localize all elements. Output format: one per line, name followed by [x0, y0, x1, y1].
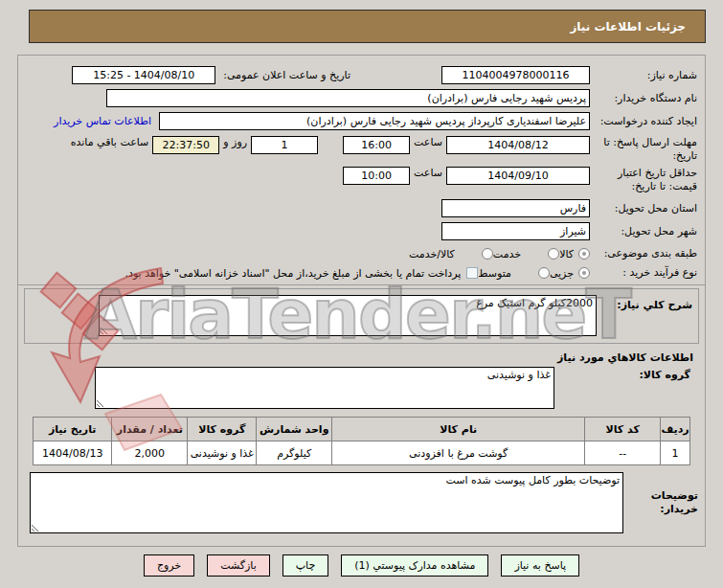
need-number-label: شماره نیاز:: [590, 69, 697, 82]
row-subject-classification: طبقه بندی موضوعی: کالا خدمت کالا/خدمت: [26, 247, 697, 260]
back-button[interactable]: بازگشت: [207, 554, 270, 577]
days-remaining-field[interactable]: 1: [251, 136, 318, 154]
radio-partial-label: جزیی: [550, 267, 574, 280]
goods-table-wrap: ردیف کد کالا نام کالا واحد شمارش گروه کا…: [33, 417, 690, 465]
cell-goods-group: غذا و نوشیدنی: [188, 441, 257, 465]
buyer-org-label: نام دستگاه خریدار:: [590, 92, 697, 105]
print-button[interactable]: چاپ: [282, 554, 329, 577]
row-need-number: شماره نیاز: 1104004978000116 تاریخ و ساع…: [26, 66, 697, 84]
radio-medium-label: متوسط: [478, 267, 511, 280]
radio-goods[interactable]: [578, 248, 590, 260]
need-number-field[interactable]: 1104004978000116: [441, 66, 590, 84]
time-remaining-label: ساعت باقي مانده: [71, 136, 149, 148]
radio-goods-label: کالا: [559, 248, 574, 260]
buyer-org-field[interactable]: پردیس شهید رجایی فارس (برادران): [106, 89, 590, 107]
col-quantity: تعداد / مقدار: [112, 418, 188, 441]
delivery-province-field[interactable]: فارس: [441, 199, 590, 217]
row-price-validity: حداقل تاریخ اعتبار قیمت: تا تاریخ: 1404/…: [26, 167, 697, 193]
reply-deadline-hour-label: ساعت: [414, 136, 442, 148]
subject-classification-label: طبقه بندی موضوعی:: [590, 247, 697, 260]
price-validity-date-field[interactable]: 1404/09/10: [446, 167, 590, 185]
radio-service[interactable]: [548, 248, 559, 260]
col-count-unit: واحد شمارش: [257, 418, 332, 441]
goods-section-header: اطلاعات کالاهاي مورد نیاز: [18, 351, 693, 364]
cell-need-date: 1404/08/13: [34, 441, 112, 465]
goods-table: ردیف کد کالا نام کالا واحد شمارش گروه کا…: [33, 417, 690, 465]
goods-table-header-row: ردیف کد کالا نام کالا واحد شمارش گروه کا…: [34, 418, 690, 441]
respond-to-need-button[interactable]: پاسخ به نیاز: [501, 554, 579, 577]
radio-goods-service[interactable]: [482, 248, 493, 260]
main-panel: شماره نیاز: 1104004978000116 تاریخ و ساع…: [17, 55, 706, 547]
buyer-notes-row: توضیحات خریدار: توضیحات بطور کامل پیوست …: [30, 472, 698, 533]
days-and-label: روز و: [223, 136, 247, 148]
row-purchase-process: نوع فرآیند خرید : جزیی متوسط پرداخت تمام…: [26, 266, 697, 280]
announce-datetime-label: تاریخ و ساعت اعلان عمومی:: [223, 69, 350, 81]
cell-goods-code: --: [585, 441, 661, 465]
col-row-number: ردیف: [661, 418, 690, 441]
request-creator-field[interactable]: علیرضا اسفندیاری کارپرداز پردیس شهید رجا…: [159, 112, 590, 130]
need-description-textarea[interactable]: 2000کیلو گرم استیک مرغ: [99, 295, 597, 336]
action-button-bar: پاسخ به نیاز مشاهده مدارک پیوستي (1) چاپ…: [0, 554, 723, 577]
col-goods-name: نام کالا: [332, 418, 585, 441]
need-description-panel: شرح کلي نیاز: 2000کیلو گرم استیک مرغ: [24, 288, 699, 344]
treasury-docs-checkbox-label: پرداخت تمام یا بخشی از مبلغ خرید،از محل …: [125, 267, 462, 280]
view-attachments-button[interactable]: مشاهده مدارک پیوستي (1): [341, 554, 488, 577]
countdown-timer: 22:37:50: [152, 136, 219, 154]
cell-count-unit: کیلوگرم: [257, 441, 332, 465]
row-buyer-org: نام دستگاه خریدار: پردیس شهید رجایی فارس…: [26, 89, 697, 107]
page-title-text: جزئیات اطلاعات نیاز: [570, 20, 686, 34]
price-validity-label: حداقل تاریخ اعتبار قیمت: تا تاریخ:: [590, 167, 697, 193]
page-title: جزئیات اطلاعات نیاز: [29, 10, 706, 43]
row-delivery-province: استان محل تحویل: فارس: [26, 199, 697, 217]
buyer-notes-label: توضیحات خریدار:: [623, 489, 698, 516]
delivery-province-label: استان محل تحویل:: [590, 202, 697, 215]
goods-group-row: گروه کالا: غذا و نوشیدنی: [18, 367, 690, 409]
goods-group-label: گروه کالا:: [612, 367, 690, 382]
reply-deadline-time-field[interactable]: 16:00: [343, 136, 410, 154]
cell-quantity: 2,000: [112, 441, 188, 465]
delivery-city-field[interactable]: شیراز: [441, 222, 590, 240]
tender-detail-page: { "title_bar": { "text": "جزئیات اطلاعات…: [0, 0, 723, 588]
announce-datetime-field[interactable]: 1404/08/10 - 15:25: [72, 66, 215, 84]
reply-deadline-date-field[interactable]: 1404/08/12: [446, 136, 590, 154]
reply-deadline-label: مهلت ارسال پاسخ: تا تاریخ:: [590, 136, 697, 163]
need-description-label: شرح کلي نیاز:: [597, 295, 692, 312]
exit-button[interactable]: خروج: [144, 554, 194, 577]
row-delivery-city: شهر محل تحویل: شیراز: [26, 222, 697, 240]
buyer-notes-textarea[interactable]: توضیحات بطور کامل پیوست شده است: [30, 472, 623, 533]
col-goods-code: کد کالا: [585, 418, 661, 441]
radio-medium[interactable]: [538, 267, 550, 279]
price-validity-hour-label: ساعت: [414, 167, 442, 179]
cell-row-number: 1: [661, 441, 690, 465]
table-row[interactable]: 1 -- گوشت مرغ با افزودنی کیلوگرم غذا و ن…: [34, 441, 690, 465]
price-validity-time-field[interactable]: 10:00: [343, 167, 410, 185]
delivery-city-label: شهر محل تحویل:: [590, 225, 697, 238]
goods-group-textarea[interactable]: غذا و نوشیدنی: [95, 367, 554, 409]
col-need-date: تاریخ نیاز: [34, 418, 112, 441]
request-creator-label: ایجاد کننده درخواست:: [590, 115, 697, 128]
row-reply-deadline: مهلت ارسال پاسخ: تا تاریخ: 1404/08/12 سا…: [26, 136, 697, 163]
radio-goods-service-label: کالا/خدمت: [409, 248, 455, 260]
row-request-creator: ایجاد کننده درخواست: علیرضا اسفندیاری کا…: [26, 112, 697, 130]
cell-goods-name: گوشت مرغ با افزودنی: [332, 441, 585, 465]
buyer-contact-link[interactable]: اطلاعات تماس خریدار: [54, 115, 151, 127]
need-info-form: شماره نیاز: 1104004978000116 تاریخ و ساع…: [18, 56, 705, 285]
treasury-docs-checkbox[interactable]: [466, 267, 478, 279]
radio-service-label: خدمت: [493, 248, 521, 260]
purchase-process-label: نوع فرآیند خرید :: [590, 266, 697, 280]
radio-partial[interactable]: [578, 267, 590, 279]
col-goods-group: گروه کالا: [188, 418, 257, 441]
